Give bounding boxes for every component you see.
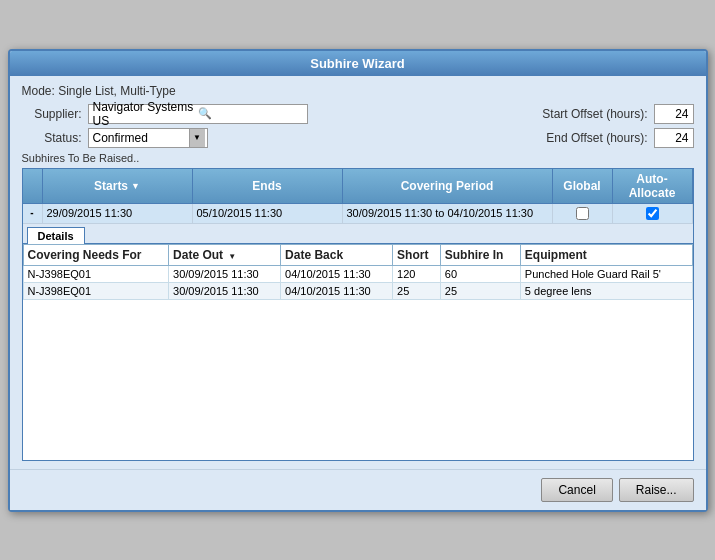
details-short-2: 25 <box>393 282 441 299</box>
details-equipment-1: Punched Hole Guard Rail 5' <box>520 265 692 282</box>
details-col-equipment: Equipment <box>520 244 692 265</box>
dropdown-arrow-icon[interactable]: ▼ <box>189 129 205 147</box>
dialog-content: Mode: Single List, Multi-Type Supplier: … <box>10 76 706 469</box>
auto-allocate-checkbox[interactable] <box>646 207 659 220</box>
end-offset-label: End Offset (hours): <box>518 131 648 145</box>
left-fields: Supplier: Navigator Systems US 🔍 Status:… <box>22 104 308 148</box>
details-col-date-back: Date Back <box>281 244 393 265</box>
mode-value: Single List, Multi-Type <box>58 84 175 98</box>
date-out-sort-icon[interactable]: ▼ <box>228 252 236 261</box>
cancel-button[interactable]: Cancel <box>541 478 612 502</box>
col-ends: Ends <box>193 169 343 203</box>
mode-label: Mode: <box>22 84 55 98</box>
supplier-line: Supplier: Navigator Systems US 🔍 <box>22 104 308 124</box>
details-table: Covering Needs For Date Out ▼ Date Back … <box>23 244 693 300</box>
global-checkbox[interactable] <box>576 207 589 220</box>
mode-row: Mode: Single List, Multi-Type <box>22 84 694 98</box>
table-row: - 29/09/2015 11:30 05/10/2015 11:30 30/0… <box>23 204 693 224</box>
details-col-short: Short <box>393 244 441 265</box>
collapse-button[interactable]: - <box>23 204 43 223</box>
supplier-label: Supplier: <box>22 107 82 121</box>
status-line: Status: Confirmed ▼ <box>22 128 308 148</box>
details-subhire-in-2: 25 <box>440 282 520 299</box>
details-table-row: N-J398EQ01 30/09/2015 11:30 04/10/2015 1… <box>23 282 692 299</box>
fields-row: Supplier: Navigator Systems US 🔍 Status:… <box>22 104 694 148</box>
global-cell <box>553 204 613 223</box>
ends-cell: 05/10/2015 11:30 <box>193 204 343 223</box>
details-date-back-2: 04/10/2015 11:30 <box>281 282 393 299</box>
details-date-out-2: 30/09/2015 11:30 <box>169 282 281 299</box>
covering-period-cell: 30/09/2015 11:30 to 04/10/2015 11:30 <box>343 204 553 223</box>
auto-allocate-cell <box>613 204 693 223</box>
subhires-label: Subhires To Be Raised.. <box>22 152 694 164</box>
details-col-date-out: Date Out ▼ <box>169 244 281 265</box>
col-starts: Starts ▼ <box>43 169 193 203</box>
details-tab-area: Details Covering Needs For Date Out ▼ <box>23 224 693 460</box>
status-value: Confirmed <box>91 131 189 145</box>
details-equipment-2: 5 degree lens <box>520 282 692 299</box>
status-label: Status: <box>22 131 82 145</box>
start-offset-line: Start Offset (hours): <box>518 104 694 124</box>
col-expand <box>23 169 43 203</box>
subhires-section: Starts ▼ Ends Covering Period Global Aut… <box>22 168 694 461</box>
search-icon[interactable]: 🔍 <box>198 107 303 120</box>
col-covering-period: Covering Period <box>343 169 553 203</box>
empty-area <box>23 300 693 460</box>
start-offset-input[interactable] <box>654 104 694 124</box>
dialog-title: Subhire Wizard <box>10 51 706 76</box>
details-table-header-row: Covering Needs For Date Out ▼ Date Back … <box>23 244 692 265</box>
status-select[interactable]: Confirmed ▼ <box>88 128 208 148</box>
details-table-row: N-J398EQ01 30/09/2015 11:30 04/10/2015 1… <box>23 265 692 282</box>
right-fields: Start Offset (hours): End Offset (hours)… <box>518 104 694 148</box>
details-covering-needs-2: N-J398EQ01 <box>23 282 169 299</box>
details-col-subhire-in: Subhire In <box>440 244 520 265</box>
col-global: Global <box>553 169 613 203</box>
tab-details[interactable]: Details <box>27 227 85 244</box>
end-offset-input[interactable] <box>654 128 694 148</box>
details-subhire-in-1: 60 <box>440 265 520 282</box>
col-auto-allocate: Auto-Allocate <box>613 169 693 203</box>
start-offset-label: Start Offset (hours): <box>518 107 648 121</box>
raise-button[interactable]: Raise... <box>619 478 694 502</box>
tabs-row: Details <box>23 224 693 244</box>
details-date-out-1: 30/09/2015 11:30 <box>169 265 281 282</box>
end-offset-line: End Offset (hours): <box>518 128 694 148</box>
subhire-wizard-dialog: Subhire Wizard Mode: Single List, Multi-… <box>8 49 708 512</box>
details-covering-needs-1: N-J398EQ01 <box>23 265 169 282</box>
details-col-covering-needs: Covering Needs For <box>23 244 169 265</box>
dialog-footer: Cancel Raise... <box>10 469 706 510</box>
starts-cell: 29/09/2015 11:30 <box>43 204 193 223</box>
starts-sort-icon[interactable]: ▼ <box>131 181 140 191</box>
supplier-input[interactable]: Navigator Systems US 🔍 <box>88 104 308 124</box>
details-short-1: 120 <box>393 265 441 282</box>
details-date-back-1: 04/10/2015 11:30 <box>281 265 393 282</box>
main-table-header: Starts ▼ Ends Covering Period Global Aut… <box>23 169 693 204</box>
supplier-value: Navigator Systems US <box>93 100 198 128</box>
